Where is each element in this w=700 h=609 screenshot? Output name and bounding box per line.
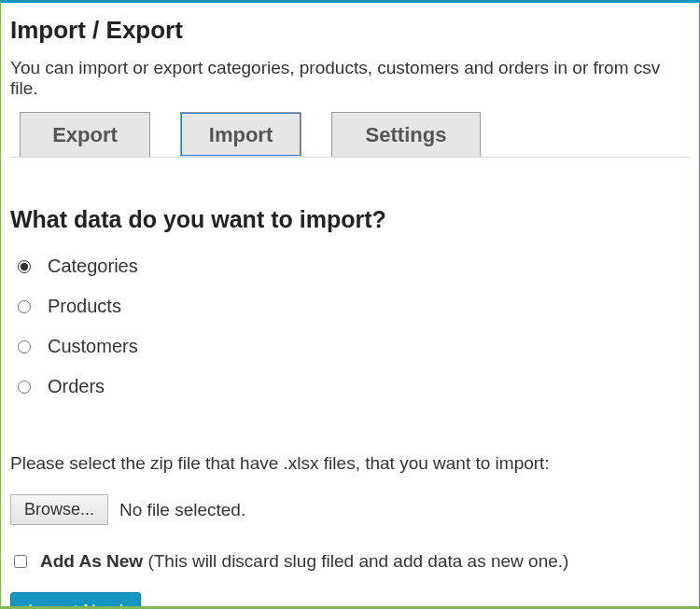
data-type-list: Categories Products Customers Orders [10, 256, 690, 397]
list-item: Orders [18, 376, 690, 397]
intro-text: You can import or export categories, pro… [10, 58, 690, 99]
add-as-new-text: Add As New (This will discard slug filed… [40, 551, 568, 572]
tab-bar: Export Import Settings [10, 112, 690, 158]
list-item: Products [18, 296, 690, 317]
radio-label: Customers [48, 336, 138, 357]
add-as-new-desc: (This will discard slug filed and add da… [143, 551, 568, 571]
radio-label: Orders [48, 376, 105, 397]
add-as-new-row: Add As New (This will discard slug filed… [10, 551, 690, 572]
tab-import[interactable]: Import [180, 112, 301, 157]
radio-orders[interactable] [18, 381, 31, 394]
add-as-new-checkbox[interactable] [14, 555, 27, 568]
radio-customers[interactable] [18, 340, 31, 353]
section-heading: What data do you want to import? [10, 206, 690, 233]
radio-label: Products [48, 296, 121, 317]
page-title: Import / Export [10, 16, 690, 45]
radio-categories[interactable] [18, 260, 31, 273]
add-as-new-label: Add As New [40, 551, 143, 571]
file-status: No file selected. [119, 500, 245, 520]
import-now-button[interactable]: Import Now! [10, 592, 141, 609]
list-item: Categories [18, 256, 690, 277]
radio-products[interactable] [18, 300, 31, 313]
list-item: Customers [18, 336, 690, 357]
radio-label: Categories [48, 256, 138, 277]
file-instruction: Please select the zip file that have .xl… [10, 453, 690, 474]
tab-export[interactable]: Export [20, 112, 150, 157]
file-picker-row: Browse... No file selected. [10, 494, 690, 525]
tab-settings[interactable]: Settings [331, 112, 481, 157]
browse-button[interactable]: Browse... [10, 494, 108, 525]
